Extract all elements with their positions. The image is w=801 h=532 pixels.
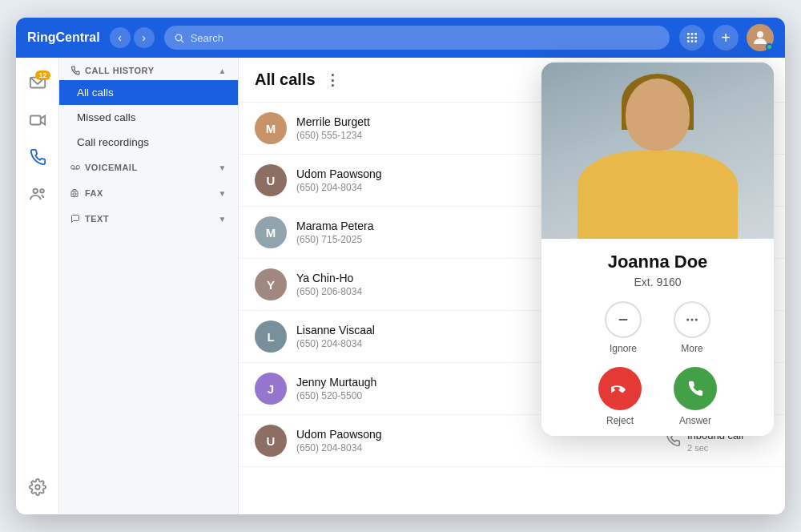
- search-placeholder: Search: [191, 32, 223, 44]
- apps-button[interactable]: [679, 25, 705, 50]
- svg-point-26: [691, 319, 694, 321]
- call-history-chevron: ▲: [219, 66, 227, 75]
- add-button[interactable]: +: [713, 25, 739, 50]
- ellipsis-icon: [685, 312, 699, 327]
- svg-point-17: [71, 166, 75, 170]
- nav-back-button[interactable]: ‹: [110, 27, 131, 48]
- more-options-icon[interactable]: ⋮: [325, 71, 340, 89]
- call-phone: (650) 204-8034: [296, 442, 665, 453]
- call-avatar: J: [255, 373, 287, 405]
- call-avatar: Y: [255, 268, 287, 300]
- answer-icon: [686, 380, 704, 397]
- video-icon: [29, 111, 46, 129]
- card-call-actions: Reject Answer: [554, 367, 761, 426]
- card-extension: Ext. 9160: [554, 276, 761, 288]
- avatar-letter: M: [266, 122, 276, 135]
- svg-rect-2: [687, 33, 690, 35]
- answer-action: Answer: [674, 367, 717, 426]
- grid-icon: [686, 31, 698, 44]
- reject-action: Reject: [598, 367, 642, 426]
- svg-rect-8: [687, 40, 690, 42]
- sidebar-item-settings[interactable]: [22, 471, 54, 503]
- voicemail-chevron: ▼: [219, 163, 227, 172]
- incoming-call-card: Joanna Doe Ext. 9160 Ignore: [541, 62, 774, 436]
- avatar-letter: J: [268, 382, 274, 396]
- nav-item-all-calls[interactable]: All calls: [59, 80, 238, 105]
- ignore-label: Ignore: [610, 343, 637, 354]
- avatar-letter: U: [267, 434, 276, 448]
- answer-label: Answer: [679, 415, 711, 426]
- call-duration: 2 sec: [687, 443, 743, 453]
- nav-forward-button[interactable]: ›: [134, 27, 155, 48]
- person-head: [626, 79, 690, 151]
- text-icon: [70, 214, 80, 224]
- svg-rect-22: [73, 193, 76, 195]
- svg-rect-3: [691, 33, 694, 35]
- svg-rect-5: [687, 37, 690, 39]
- card-secondary-actions: Ignore More: [554, 301, 761, 354]
- svg-rect-13: [30, 116, 40, 125]
- call-avatar: U: [255, 425, 287, 457]
- fax-chevron: ▼: [219, 189, 227, 198]
- svg-rect-9: [691, 40, 694, 42]
- avatar-letter: M: [266, 226, 276, 240]
- svg-point-27: [695, 319, 698, 321]
- reject-icon: [611, 380, 629, 397]
- card-body: Joanna Doe Ext. 9160 Ignore: [541, 239, 774, 436]
- nav-item-missed-calls[interactable]: Missed calls: [59, 105, 238, 130]
- answer-button[interactable]: [674, 367, 717, 410]
- person-body: [578, 151, 738, 239]
- nav-panel: CALL HISTORY ▲ All calls Missed calls Ca…: [59, 58, 239, 514]
- user-avatar-button[interactable]: [747, 24, 774, 51]
- minus-icon: [616, 312, 630, 327]
- ignore-action: Ignore: [605, 301, 642, 354]
- search-icon: [174, 33, 184, 43]
- call-avatar: U: [255, 164, 287, 196]
- svg-point-0: [175, 34, 182, 41]
- svg-rect-21: [73, 190, 76, 191]
- svg-rect-6: [691, 37, 694, 39]
- call-history-header[interactable]: CALL HISTORY ▲: [59, 58, 238, 80]
- sidebar-item-video[interactable]: [22, 104, 54, 136]
- sidebar-item-calls[interactable]: [22, 141, 54, 173]
- more-action: More: [674, 301, 710, 354]
- card-photo: [541, 62, 774, 239]
- avatar-letter: U: [267, 174, 276, 187]
- svg-point-25: [686, 319, 689, 321]
- text-chevron: ▼: [219, 215, 227, 224]
- more-button[interactable]: [674, 301, 710, 338]
- more-label: More: [681, 343, 702, 354]
- phone-small-icon: [70, 66, 80, 75]
- svg-point-18: [76, 166, 80, 170]
- fax-label: FAX: [85, 188, 103, 198]
- nav-item-call-recordings[interactable]: Call recordings: [59, 130, 238, 155]
- content-title-text: All calls: [255, 71, 316, 89]
- svg-point-15: [40, 189, 44, 193]
- fax-section-header[interactable]: FAX ▼: [59, 180, 238, 206]
- search-bar[interactable]: Search: [164, 26, 670, 50]
- phone-icon: [29, 148, 46, 166]
- ignore-button[interactable]: [605, 301, 642, 338]
- sidebar-item-messages[interactable]: 12: [22, 67, 54, 99]
- message-badge: 12: [35, 71, 50, 80]
- svg-rect-4: [694, 33, 697, 35]
- person-photo: [541, 62, 774, 239]
- svg-point-11: [757, 31, 763, 38]
- reject-button[interactable]: [598, 367, 642, 410]
- sidebar-item-contacts[interactable]: [22, 178, 54, 210]
- voicemail-icon: [70, 163, 80, 172]
- call-avatar: L: [255, 320, 287, 353]
- sidebar-icons: 12: [16, 58, 59, 514]
- reject-label: Reject: [606, 415, 634, 426]
- settings-icon: [29, 478, 46, 496]
- call-avatar: M: [255, 112, 287, 144]
- app-logo: RingCentral: [27, 30, 100, 45]
- title-bar: RingCentral ‹ › Search +: [16, 18, 785, 58]
- text-section-header[interactable]: TEXT ▼: [59, 206, 238, 232]
- content-title-area: All calls ⋮: [255, 71, 340, 89]
- avatar-letter: L: [267, 330, 274, 344]
- avatar-letter: Y: [267, 278, 275, 292]
- call-history-section: CALL HISTORY ▲ All calls Missed calls Ca…: [59, 58, 238, 155]
- svg-point-16: [35, 485, 40, 490]
- voicemail-section-header[interactable]: VOICEMAIL ▼: [59, 155, 238, 180]
